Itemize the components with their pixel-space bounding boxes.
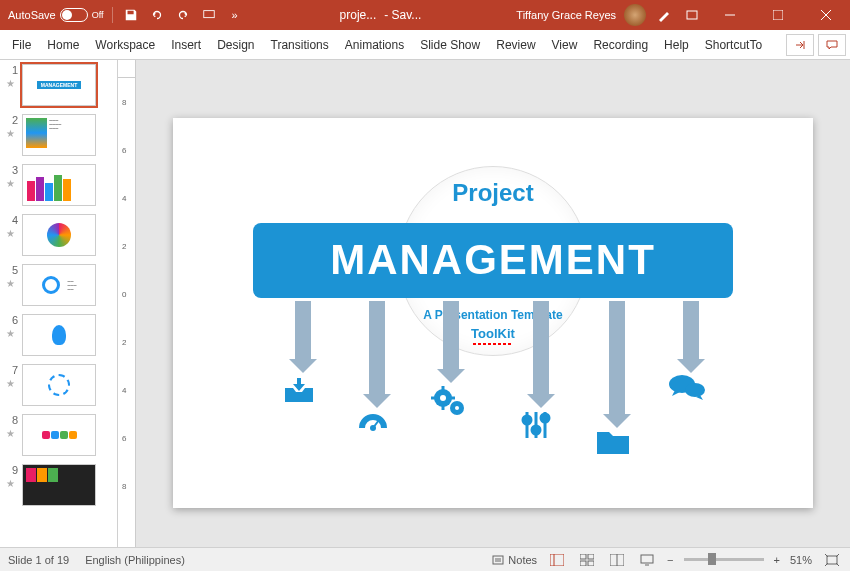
fit-to-window-button[interactable] [822, 552, 842, 568]
tab-home[interactable]: Home [39, 30, 87, 59]
arrow-4 [533, 301, 549, 396]
thumbnail-2[interactable]: ▬▬▬▬▬▬▬▬▬▬ [22, 114, 96, 156]
thumbnail-7[interactable] [22, 364, 96, 406]
maximize-button[interactable] [758, 0, 798, 30]
tab-transitions[interactable]: Transitions [263, 30, 337, 59]
toolkit-label: ToolKit [173, 326, 813, 345]
autosave-toggle[interactable]: AutoSave Off [8, 8, 104, 22]
folder-icon [595, 428, 631, 456]
arrow-1 [295, 301, 311, 361]
slide-1[interactable]: Project MANAGEMENT A Presentation Templa… [173, 118, 813, 508]
subtitle: A Presentation Template [173, 308, 813, 322]
undo-icon[interactable] [147, 5, 167, 25]
autosave-label: AutoSave [8, 9, 56, 21]
document-name: proje... [340, 8, 377, 22]
svg-rect-32 [588, 561, 594, 566]
minimize-button[interactable] [710, 0, 750, 30]
language-status[interactable]: English (Philippines) [85, 554, 185, 566]
toggle-switch[interactable] [60, 8, 88, 22]
tab-animations[interactable]: Animations [337, 30, 412, 59]
close-button[interactable] [806, 0, 846, 30]
thumbnail-8[interactable] [22, 414, 96, 456]
gears-icon [429, 384, 469, 420]
sorter-view-button[interactable] [577, 552, 597, 568]
normal-view-button[interactable] [547, 552, 567, 568]
slideshow-view-button[interactable] [637, 552, 657, 568]
arrow-5 [609, 301, 625, 416]
thumbnail-6[interactable] [22, 314, 96, 356]
user-name[interactable]: Tiffany Grace Reyes [516, 9, 616, 21]
title-project: Project [173, 179, 813, 207]
tab-workspace[interactable]: Workspace [87, 30, 163, 59]
slide-counter: Slide 1 of 19 [8, 554, 69, 566]
comments-button[interactable] [818, 34, 846, 56]
main-area: // rendered below via template 1★MANAGEM… [0, 60, 850, 547]
svg-rect-29 [580, 554, 586, 559]
tab-help[interactable]: Help [656, 30, 697, 59]
svg-rect-37 [827, 556, 837, 564]
svg-line-7 [373, 420, 379, 428]
ruler-corner [118, 60, 136, 78]
zoom-level[interactable]: 51% [790, 554, 812, 566]
svg-rect-27 [550, 554, 564, 566]
svg-rect-0 [203, 11, 214, 18]
svg-point-11 [455, 406, 459, 410]
thumbnail-5[interactable]: ▬▬▬▬▬▬▬ [22, 264, 96, 306]
svg-rect-24 [493, 556, 503, 564]
status-bar: Slide 1 of 19 English (Philippines) Note… [0, 547, 850, 571]
svg-rect-31 [580, 561, 586, 566]
svg-point-9 [440, 395, 446, 401]
tab-view[interactable]: View [544, 30, 586, 59]
svg-rect-1 [687, 11, 697, 19]
notes-button[interactable]: Notes [492, 554, 537, 566]
svg-rect-30 [588, 554, 594, 559]
slide-area: 1614121086420246810121416 864202468 Proj… [118, 60, 850, 547]
document-state: - Sav... [384, 8, 421, 22]
tab-slideshow[interactable]: Slide Show [412, 30, 488, 59]
arrow-3 [443, 301, 459, 371]
tab-recording[interactable]: Recording [585, 30, 656, 59]
thumbnail-1[interactable]: MANAGEMENT [22, 64, 96, 106]
user-avatar[interactable] [624, 4, 646, 26]
arrow-2 [369, 301, 385, 396]
thumbnail-3[interactable] [22, 164, 96, 206]
chat-icon [667, 372, 707, 404]
share-button[interactable] [786, 34, 814, 56]
thumbnail-4[interactable] [22, 214, 96, 256]
save-icon[interactable] [121, 5, 141, 25]
vertical-ruler: 864202468 [118, 78, 136, 547]
zoom-in-button[interactable]: + [774, 554, 780, 566]
ribbon-tabs: File Home Workspace Insert Design Transi… [0, 30, 850, 60]
redo-icon[interactable] [173, 5, 193, 25]
slide-canvas[interactable]: Project MANAGEMENT A Presentation Templa… [136, 78, 850, 547]
svg-point-21 [541, 414, 549, 422]
zoom-out-button[interactable]: − [667, 554, 673, 566]
draw-icon[interactable] [654, 5, 674, 25]
more-qat-icon[interactable]: » [225, 5, 245, 25]
reading-view-button[interactable] [607, 552, 627, 568]
inbox-icon [281, 376, 317, 406]
gauge-icon [355, 410, 391, 438]
tab-file[interactable]: File [4, 30, 39, 59]
svg-point-17 [523, 416, 531, 424]
tab-insert[interactable]: Insert [163, 30, 209, 59]
svg-point-19 [532, 426, 540, 434]
title-bar: AutoSave Off » proje... - Sav... Tiffany… [0, 0, 850, 30]
thumbnail-panel[interactable]: // rendered below via template 1★MANAGEM… [0, 60, 118, 547]
autosave-state: Off [92, 10, 104, 20]
present-from-start-icon[interactable] [199, 5, 219, 25]
zoom-slider[interactable] [684, 558, 764, 561]
tab-design[interactable]: Design [209, 30, 262, 59]
tab-review[interactable]: Review [488, 30, 543, 59]
thumbnail-9[interactable] [22, 464, 96, 506]
ribbon-mode-icon[interactable] [682, 5, 702, 25]
tab-shortcut[interactable]: ShortcutTo [697, 30, 770, 59]
title-management: MANAGEMENT [253, 223, 733, 298]
svg-rect-35 [641, 555, 653, 563]
sliders-icon [519, 408, 553, 442]
svg-point-23 [685, 383, 705, 397]
svg-rect-3 [773, 10, 783, 20]
arrow-6 [683, 301, 699, 361]
